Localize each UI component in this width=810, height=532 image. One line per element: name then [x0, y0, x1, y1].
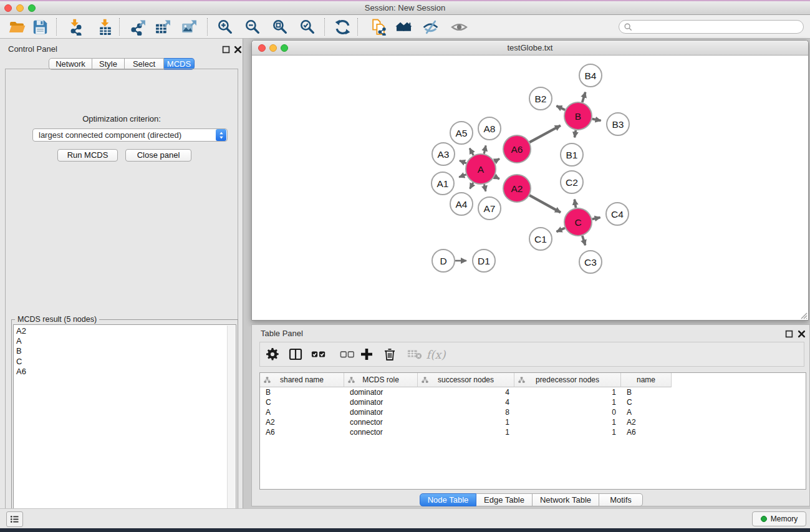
- table-row[interactable]: Adominator80A: [260, 407, 806, 417]
- show-all-networks-icon[interactable]: [392, 17, 415, 37]
- edge-A-A5[interactable]: [470, 148, 473, 155]
- window-resize-grip[interactable]: [799, 311, 808, 319]
- hide-selected-icon[interactable]: [419, 17, 441, 37]
- close-panel-icon[interactable]: [234, 46, 242, 54]
- edge-A-A7[interactable]: [484, 184, 486, 191]
- result-list-item[interactable]: A6: [14, 367, 227, 377]
- tab-edge-table[interactable]: Edge Table: [476, 493, 533, 506]
- graph-node-A4[interactable]: A4: [450, 193, 473, 215]
- export-image-icon[interactable]: [178, 17, 200, 37]
- table-cell: 0: [514, 407, 621, 417]
- column-header-name[interactable]: name: [621, 373, 672, 387]
- import-table-icon[interactable]: [94, 17, 116, 37]
- float-table-panel-icon[interactable]: [785, 330, 793, 338]
- new-network-from-selection-icon[interactable]: [367, 17, 390, 37]
- edge-B-B4[interactable]: [582, 92, 586, 102]
- add-column-icon[interactable]: [356, 344, 377, 364]
- run-mcds-button[interactable]: Run MCDS: [57, 149, 118, 162]
- zoom-selected-icon[interactable]: [296, 17, 319, 37]
- edge-A-A6[interactable]: [494, 158, 499, 161]
- graph-node-C1[interactable]: C1: [529, 228, 552, 250]
- delete-columns-icon[interactable]: [379, 344, 400, 364]
- function-builder-icon[interactable]: f(x): [425, 344, 446, 364]
- graph-node-A3[interactable]: A3: [432, 143, 455, 165]
- edge-A-A4[interactable]: [470, 183, 473, 189]
- edge-A2-C[interactable]: [529, 195, 561, 212]
- graph-node-B3[interactable]: B3: [607, 113, 629, 135]
- table-row[interactable]: Bdominator41B: [260, 387, 806, 397]
- column-visibility-icon[interactable]: [285, 344, 306, 364]
- tab-node-table[interactable]: Node Table: [420, 493, 476, 506]
- column-header-shared-name[interactable]: shared name: [260, 373, 344, 387]
- settings-gear-icon[interactable]: [262, 344, 283, 364]
- table-row[interactable]: A6connector11A6: [260, 427, 806, 437]
- delete-table-icon[interactable]: [404, 344, 425, 364]
- zoom-out-icon[interactable]: [241, 17, 264, 37]
- deselect-all-rows-icon[interactable]: [337, 344, 358, 364]
- graph-node-A[interactable]: A: [466, 154, 496, 184]
- edge-B-B3[interactable]: [592, 119, 601, 121]
- column-header-MCDS-role[interactable]: MCDS role: [344, 373, 418, 387]
- edge-A-A3[interactable]: [460, 160, 466, 163]
- graph-node-C[interactable]: C: [564, 208, 592, 236]
- show-selected-icon[interactable]: [448, 17, 470, 37]
- zoom-fit-icon[interactable]: [269, 17, 291, 37]
- column-header-predecessor-nodes[interactable]: predecessor nodes: [514, 373, 621, 387]
- graph-node-A7[interactable]: A7: [478, 197, 501, 220]
- memory-button[interactable]: Memory: [752, 511, 806, 526]
- criterion-select[interactable]: largest connected component (directed): [32, 128, 228, 142]
- zoom-in-icon[interactable]: [214, 17, 236, 37]
- select-all-rows-icon[interactable]: [308, 344, 329, 364]
- edge-B-B2[interactable]: [556, 106, 565, 110]
- graph-node-C3[interactable]: C3: [579, 251, 602, 273]
- graph-node-B[interactable]: B: [564, 102, 592, 130]
- result-list-item[interactable]: C: [14, 357, 227, 367]
- table-row[interactable]: A2connector11A2: [260, 417, 806, 427]
- task-history-button[interactable]: [6, 511, 23, 527]
- open-file-icon[interactable]: [6, 17, 28, 37]
- graph-node-B2[interactable]: B2: [529, 87, 552, 110]
- edge-A-A1[interactable]: [459, 175, 466, 177]
- graph-node-A5[interactable]: A5: [450, 122, 473, 144]
- graph-node-C4[interactable]: C4: [606, 203, 629, 225]
- edge-A-A8[interactable]: [484, 145, 486, 153]
- network-graph[interactable]: B4B2BB3A5A8A6A3B1AC2A1A2A4A7C4CC1DD1C3: [252, 56, 808, 320]
- close-panel-button[interactable]: Close panel: [125, 149, 191, 162]
- edge-B-B1[interactable]: [574, 130, 576, 138]
- table-row[interactable]: Cdominator41C: [260, 397, 806, 407]
- save-session-icon[interactable]: [29, 17, 51, 37]
- export-table-icon[interactable]: [152, 17, 174, 37]
- edge-C-C1[interactable]: [557, 228, 565, 231]
- close-table-panel-icon[interactable]: [798, 330, 806, 338]
- graph-node-A1[interactable]: A1: [432, 172, 454, 195]
- edge-C-C3[interactable]: [582, 236, 586, 245]
- graph-node-D[interactable]: D: [432, 249, 455, 272]
- graph-node-A2[interactable]: A2: [503, 175, 531, 202]
- import-network-icon[interactable]: [64, 17, 87, 37]
- edge-A6-B[interactable]: [529, 125, 561, 142]
- graph-node-B1[interactable]: B1: [561, 143, 583, 166]
- result-list-item[interactable]: A: [14, 336, 227, 346]
- column-header-successor-nodes[interactable]: successor nodes: [418, 373, 514, 387]
- float-panel-icon[interactable]: [222, 46, 230, 54]
- tab-network-table[interactable]: Network Table: [533, 493, 599, 506]
- result-list-scrollbar[interactable]: [227, 326, 235, 526]
- search-input[interactable]: [632, 22, 803, 32]
- result-list-item[interactable]: B: [14, 346, 227, 356]
- export-network-icon[interactable]: [127, 17, 149, 37]
- refresh-icon[interactable]: [331, 17, 354, 37]
- edge-A-A2[interactable]: [494, 177, 499, 179]
- edge-C-C4[interactable]: [592, 218, 600, 220]
- search-box[interactable]: [619, 20, 804, 34]
- edge-C-C2[interactable]: [574, 200, 576, 208]
- network-canvas[interactable]: B4B2BB3A5A8A6A3B1AC2A1A2A4A7C4CC1DD1C3: [252, 56, 808, 320]
- network-window-titlebar[interactable]: testGlobe.txt: [252, 41, 808, 56]
- result-list-item[interactable]: A2: [14, 326, 227, 336]
- tab-motifs[interactable]: Motifs: [599, 493, 643, 506]
- graph-node-C2[interactable]: C2: [561, 171, 583, 193]
- svg-text:C: C: [574, 217, 581, 228]
- graph-node-A6[interactable]: A6: [503, 135, 531, 163]
- graph-node-A8[interactable]: A8: [478, 117, 501, 140]
- graph-node-D1[interactable]: D1: [473, 249, 495, 272]
- graph-node-B4[interactable]: B4: [579, 64, 602, 87]
